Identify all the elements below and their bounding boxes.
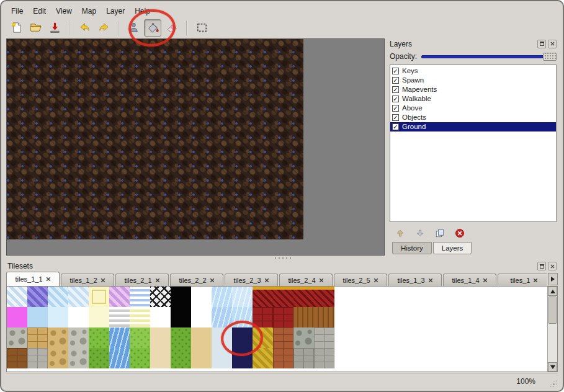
lower-layer-button[interactable] [414,228,426,239]
tileset-tile[interactable] [212,307,232,327]
tileset-tab-tiles_2_2[interactable]: tiles_2_2 [170,274,223,286]
tileset-tab-tiles_1[interactable]: tiles_1 [498,274,547,286]
tileset-scrollbar[interactable] [547,287,557,372]
close-tab-icon[interactable] [483,278,488,283]
tileset-tile[interactable] [7,287,27,307]
tileset-tile[interactable] [150,348,171,368]
tileset-tab-tiles_1_3[interactable]: tiles_1_3 [388,274,442,286]
save-button[interactable] [46,19,63,37]
tileset-tile[interactable] [48,327,68,348]
tileset-tile[interactable] [109,287,130,307]
tileset-tile[interactable] [89,327,109,348]
tileset-tile[interactable] [27,348,48,368]
tileset-tile[interactable] [48,348,68,368]
close-tab-icon[interactable] [46,277,51,282]
tileset-tile[interactable] [68,327,89,348]
float-panel-button[interactable] [537,262,546,270]
new-file-button[interactable] [7,19,25,37]
tileset-tab-tiles_2_3[interactable]: tiles_2_3 [225,274,278,286]
tileset-tile[interactable] [7,348,27,368]
layer-visibility-checkbox[interactable]: ✓ [392,123,399,130]
float-panel-button[interactable] [537,40,546,48]
close-tab-icon[interactable] [319,278,324,283]
scroll-up-button[interactable] [548,287,557,296]
tileset-tile[interactable] [273,327,293,348]
raise-layer-button[interactable] [395,228,406,239]
tileset-tile[interactable] [130,327,150,348]
layer-visibility-checkbox[interactable]: ✓ [392,86,399,93]
paint-bucket-button[interactable] [144,19,161,37]
horizontal-splitter[interactable] [6,256,558,261]
close-tab-icon[interactable] [374,278,378,283]
stamp-button[interactable] [125,19,142,37]
tileset-tile[interactable] [171,287,191,307]
tileset-tile[interactable] [89,348,109,368]
tileset-tile[interactable] [68,348,89,368]
tileset-tile[interactable] [314,348,334,368]
layer-visibility-checkbox[interactable]: ✓ [392,77,399,84]
tileset-tile[interactable] [27,307,48,327]
tileset-tile[interactable] [130,287,150,307]
menu-item-edit[interactable]: Edit [28,6,51,17]
layer-visibility-checkbox[interactable]: ✓ [392,114,399,121]
panel-tab-layers[interactable]: Layers [433,242,472,254]
layer-row-mapevents[interactable]: ✓Mapevents [390,85,556,94]
tileset-tile[interactable] [27,287,48,307]
tileset-tab-tiles_2_4[interactable]: tiles_2_4 [279,274,333,286]
tileset-tile[interactable] [212,348,232,368]
tileset-tile[interactable] [232,348,253,368]
tileset-tile[interactable] [293,307,314,327]
open-folder-button[interactable] [27,19,44,37]
tileset-tile[interactable] [314,327,334,348]
tileset-tile[interactable] [150,307,171,327]
eraser-button[interactable] [163,19,181,37]
menu-item-map[interactable]: Map [77,6,101,17]
layer-visibility-checkbox[interactable]: ✓ [392,68,399,74]
layer-row-walkable[interactable]: ✓Walkable [390,94,556,104]
delete-layer-button[interactable] [454,228,465,239]
opacity-slider-track[interactable] [421,55,555,58]
resize-grip[interactable] [548,379,557,387]
tab-scroll-right-button[interactable] [548,273,558,285]
splitter-grip[interactable] [274,257,291,259]
tileset-tile[interactable] [273,287,293,307]
close-tab-icon[interactable] [210,278,215,283]
tileset-tile[interactable] [253,327,273,348]
tileset-tab-tiles_2_1[interactable]: tiles_2_1 [115,274,169,286]
tileset-tile[interactable] [212,287,232,307]
tileset-tile[interactable] [191,348,212,368]
tileset-tile[interactable] [171,348,191,368]
tileset-tile[interactable] [212,327,232,348]
menu-item-file[interactable]: File [6,6,28,17]
tileset-tile[interactable] [89,307,109,327]
tileset-tile[interactable] [232,327,253,348]
scroll-down-button[interactable] [548,362,557,372]
tileset-tab-tiles_2_5[interactable]: tiles_2_5 [334,274,387,286]
scrollbar-track[interactable] [548,324,557,362]
tileset-tab-tiles_1_2[interactable]: tiles_1_2 [61,274,114,286]
menu-item-view[interactable]: View [51,6,77,17]
layer-row-spawn[interactable]: ✓Spawn [390,76,556,85]
tileset-tile[interactable] [68,287,89,307]
tileset-tile[interactable] [150,327,171,348]
tileset-tile[interactable] [109,307,130,327]
tileset-tile[interactable] [232,307,253,327]
tileset-tile[interactable] [273,348,293,368]
tileset-tile[interactable] [130,348,150,368]
tileset-tile[interactable] [89,287,109,307]
tileset-tile[interactable] [150,287,171,307]
select-rect-button[interactable] [193,19,210,37]
tileset-tile[interactable] [253,287,273,307]
tileset-tile[interactable] [48,287,68,307]
duplicate-layer-button[interactable] [434,228,445,239]
map-canvas[interactable] [7,39,303,239]
tileset-tile[interactable] [293,327,314,348]
close-panel-button[interactable] [548,40,557,48]
close-tab-icon[interactable] [101,278,105,283]
layer-visibility-checkbox[interactable]: ✓ [392,96,399,102]
tileset-tile[interactable] [293,348,314,368]
tileset-tile[interactable] [293,287,314,307]
tileset-tile[interactable] [7,307,27,327]
layer-row-above[interactable]: ✓Above [390,104,556,113]
tileset-tile[interactable] [27,327,48,348]
